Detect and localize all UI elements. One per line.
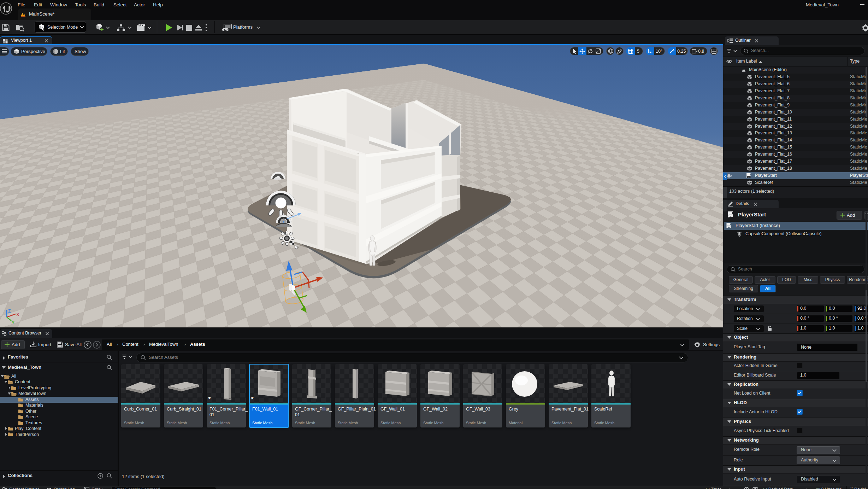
svg-text:X: X <box>16 312 19 317</box>
svg-text:Z: Z <box>8 309 11 314</box>
svg-text:Y: Y <box>12 320 14 325</box>
